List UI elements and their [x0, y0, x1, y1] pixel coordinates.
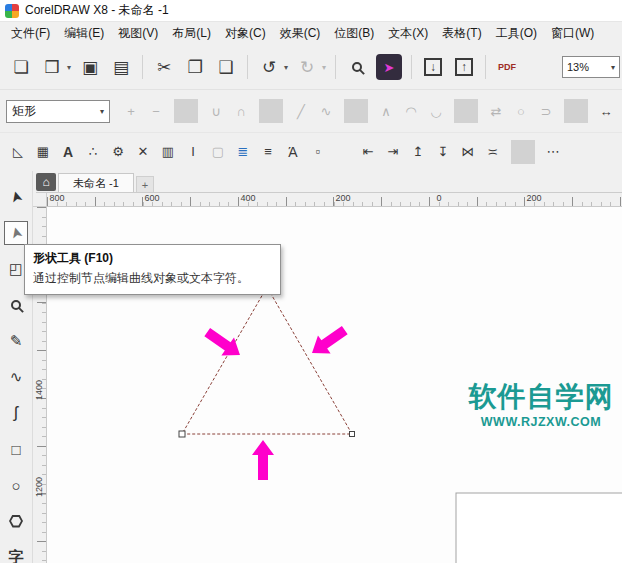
tooltip-title: 形状工具 (F10): [33, 250, 272, 267]
shape-type-combobox[interactable]: 矩形 ▾: [6, 100, 110, 123]
page-border: [456, 493, 622, 563]
separator: [411, 55, 412, 79]
snap-top-icon[interactable]: ↥: [406, 140, 430, 164]
menu-table[interactable]: 表格(T): [435, 22, 488, 45]
titlebar: CorelDRAW X8 - 未命名 -1: [0, 0, 622, 22]
pdf-icon[interactable]: PDF: [492, 52, 522, 82]
bold-A-icon[interactable]: A: [56, 140, 80, 164]
ruler-label: 400: [240, 193, 255, 203]
menu-file[interactable]: 文件(F): [4, 22, 57, 45]
pick-tool[interactable]: ➤: [4, 185, 28, 209]
menu-layout[interactable]: 布局(L): [165, 22, 218, 45]
new-document-icon[interactable]: ❏: [6, 52, 36, 82]
tooltip-body: 通过控制节点编辑曲线对象或文本字符。: [33, 270, 272, 287]
undo-icon[interactable]: ↺: [254, 52, 284, 82]
new-tab-button[interactable]: +: [136, 176, 154, 192]
import-icon[interactable]: ↓: [418, 52, 448, 82]
menu-object[interactable]: 对象(C): [218, 22, 273, 45]
join-nodes-icon[interactable]: ∪: [204, 99, 228, 123]
zoom-tool[interactable]: [4, 293, 28, 317]
small-node-icon[interactable]: ▫: [306, 140, 330, 164]
close-x-icon[interactable]: ✕: [131, 140, 155, 164]
snap-bottom-icon[interactable]: ↧: [431, 140, 455, 164]
settings-gear-icon[interactable]: ⚙: [106, 140, 130, 164]
save-icon[interactable]: ▣: [75, 52, 105, 82]
snap-left-icon[interactable]: ⇤: [356, 140, 380, 164]
horizontal-ruler[interactable]: 8006004002000200: [47, 193, 622, 207]
cusp-node-icon[interactable]: ∧: [374, 99, 398, 123]
annotation-arrows: [201, 321, 351, 480]
menu-text[interactable]: 文本(X): [381, 22, 435, 45]
shape-type-value: 矩形: [12, 103, 36, 120]
arrow-right-edge: [306, 321, 351, 362]
pen-tool[interactable]: ʃ: [4, 401, 28, 425]
tab-untitled-document[interactable]: 未命名 -1: [58, 173, 134, 192]
distribute-h-icon[interactable]: ⋈: [456, 140, 480, 164]
grid-icon[interactable]: ▦: [31, 140, 55, 164]
smooth-node-icon[interactable]: ◠: [399, 99, 423, 123]
chevron-down-icon: ▾: [611, 63, 615, 72]
separator: [454, 99, 478, 123]
close-curve-icon[interactable]: ○: [509, 99, 533, 123]
home-icon[interactable]: ⌂: [36, 173, 56, 191]
menu-edit[interactable]: 编辑(E): [57, 22, 111, 45]
triangle-shape[interactable]: [182, 287, 352, 434]
ruler-icon[interactable]: ◺: [6, 140, 30, 164]
export-icon[interactable]: ↑: [449, 52, 479, 82]
ruler-origin[interactable]: [33, 193, 47, 207]
copy-icon[interactable]: ❐: [180, 52, 210, 82]
rectangle-tool[interactable]: □: [4, 437, 28, 461]
arrow-bottom-edge: [252, 440, 274, 480]
triangle-node-left[interactable]: [179, 431, 185, 437]
font-icon[interactable]: Ά: [281, 140, 305, 164]
symmetrical-node-icon[interactable]: ◡: [424, 99, 448, 123]
ruler-label: 600: [144, 193, 159, 203]
stretch-nodes-icon[interactable]: ↔: [594, 99, 618, 123]
node-spacing-icon[interactable]: ∴: [81, 140, 105, 164]
chevron-down-icon: ▾: [100, 107, 104, 116]
menu-bitmaps[interactable]: 位图(B): [327, 22, 381, 45]
ibeam-icon[interactable]: I: [181, 140, 205, 164]
ruler-label: 200: [335, 193, 350, 203]
cut-icon[interactable]: ✂: [149, 52, 179, 82]
snap-right-icon[interactable]: ⇥: [381, 140, 405, 164]
more-options-icon[interactable]: ⋯: [541, 140, 565, 164]
welcome-screen-icon[interactable]: ➤: [376, 54, 402, 80]
convert-to-curve-icon[interactable]: ∿: [314, 99, 338, 123]
extract-subpath-icon[interactable]: ⊃: [534, 99, 558, 123]
empty-swatch-icon[interactable]: ▢: [206, 140, 230, 164]
redo-icon[interactable]: ↻: [292, 52, 322, 82]
delete-node-icon[interactable]: −: [144, 99, 168, 123]
polygon-tool[interactable]: [4, 509, 28, 533]
add-node-icon[interactable]: +: [119, 99, 143, 123]
undo-dropdown-caret[interactable]: ▾: [281, 52, 291, 82]
paste-icon[interactable]: ❑: [211, 52, 241, 82]
bezier-tool[interactable]: ∿: [4, 365, 28, 389]
app-icon[interactable]: [5, 4, 19, 18]
zoom-level-combobox[interactable]: 13% ▾: [562, 56, 620, 78]
paragraph-icon[interactable]: ≡: [256, 140, 280, 164]
text-tool[interactable]: 字: [4, 545, 28, 563]
menu-effects[interactable]: 效果(C): [273, 22, 328, 45]
open-folder-icon[interactable]: ❒: [37, 52, 67, 82]
stats-icon[interactable]: ▥: [156, 140, 180, 164]
break-nodes-icon[interactable]: ∩: [229, 99, 253, 123]
list-icon[interactable]: ≣: [231, 140, 255, 164]
freehand-tool[interactable]: ✎: [4, 329, 28, 353]
reverse-direction-icon[interactable]: ⇄: [484, 99, 508, 123]
ellipse-tool[interactable]: ○: [4, 473, 28, 497]
search-content-icon[interactable]: [342, 52, 372, 82]
distribute-v-icon[interactable]: ≍: [481, 140, 505, 164]
redo-dropdown-caret[interactable]: ▾: [319, 52, 329, 82]
separator: [259, 99, 283, 123]
shape-tool[interactable]: ➤: [4, 221, 28, 245]
convert-to-line-icon[interactable]: ╱: [289, 99, 313, 123]
open-dropdown-caret[interactable]: ▾: [64, 52, 74, 82]
triangle-node-right[interactable]: [350, 432, 355, 437]
menu-tools[interactable]: 工具(O): [489, 22, 544, 45]
print-icon[interactable]: ▤: [106, 52, 136, 82]
separator: [335, 55, 336, 79]
menu-view[interactable]: 视图(V): [111, 22, 165, 45]
menu-window[interactable]: 窗口(W): [544, 22, 601, 45]
separator: [485, 55, 486, 79]
